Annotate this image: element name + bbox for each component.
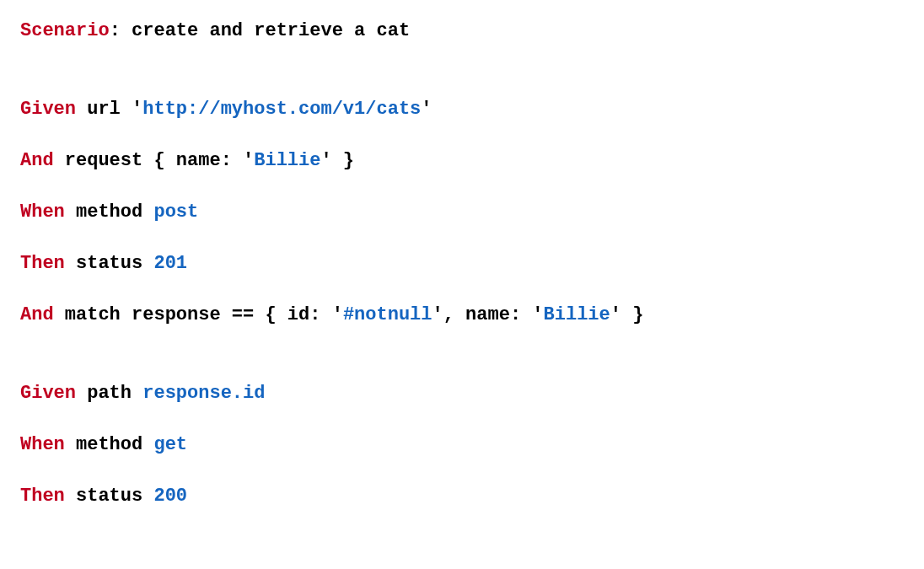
code-token: url '	[76, 99, 142, 120]
code-token: Scenario	[20, 20, 110, 41]
code-token: method	[65, 201, 154, 223]
code-token: 201	[153, 253, 187, 274]
code-token: Then	[20, 486, 65, 507]
code-token: ' }	[610, 304, 644, 325]
code-token: Given	[20, 99, 76, 120]
code-token: #notnull	[343, 304, 432, 325]
code-token: Then	[20, 253, 65, 274]
code-token: '	[421, 99, 432, 120]
code-token: 200	[153, 486, 187, 507]
code-token: status	[65, 486, 154, 507]
code-token: ' }	[320, 150, 354, 171]
code-token: : create and retrieve a cat	[110, 20, 410, 41]
code-token: ', name: '	[432, 304, 544, 325]
code-token: Billie	[544, 304, 610, 325]
code-token: method	[65, 434, 154, 455]
code-token: Given	[20, 383, 76, 404]
code-token: path	[76, 383, 142, 404]
code-line: Given url 'http://myhost.com/v1/cats'	[20, 95, 904, 123]
code-token: match response == { id: '	[54, 304, 343, 325]
code-token: post	[153, 201, 198, 223]
code-token: And	[20, 150, 54, 171]
code-token: response.id	[142, 383, 265, 404]
code-token: Billie	[254, 150, 320, 171]
code-line: Scenario: create and retrieve a cat	[20, 17, 904, 45]
code-line: When method get	[20, 431, 904, 459]
code-line: Given path response.id	[20, 379, 904, 407]
code-token: And	[20, 304, 54, 325]
code-token: request { name: '	[54, 150, 255, 171]
code-block: Scenario: create and retrieve a catGiven…	[20, 17, 904, 510]
code-line: Then status 200	[20, 482, 904, 510]
code-line: And match response == { id: '#notnull', …	[20, 301, 904, 329]
code-token: http://myhost.com/v1/cats	[142, 99, 421, 120]
code-line: Then status 201	[20, 250, 904, 277]
code-token: When	[20, 201, 65, 223]
code-token: When	[20, 434, 65, 455]
code-line: When method post	[20, 198, 904, 226]
code-line: And request { name: 'Billie' }	[20, 147, 904, 174]
code-token: status	[65, 253, 154, 274]
code-token: get	[153, 434, 187, 455]
